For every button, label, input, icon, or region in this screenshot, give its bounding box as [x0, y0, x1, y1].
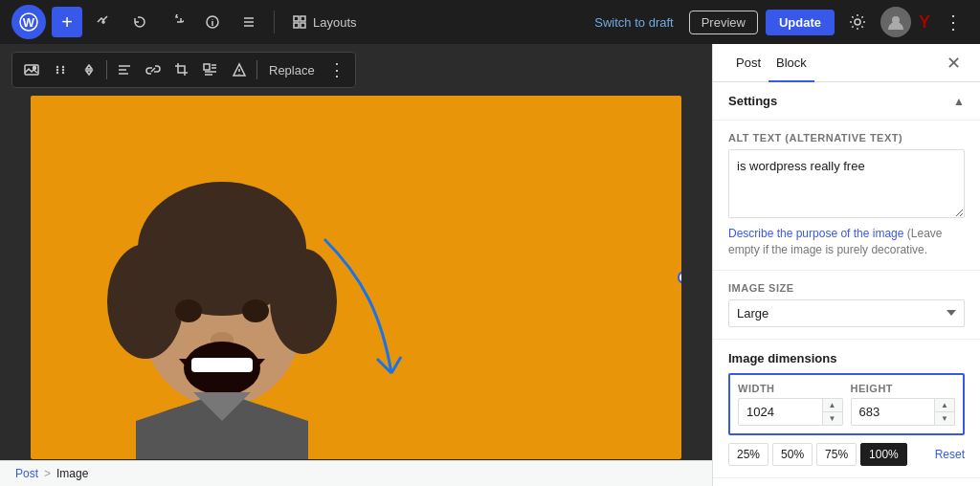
breadcrumb: Post > Image [0, 460, 712, 486]
crop-btn[interactable] [168, 56, 195, 83]
drag-handle-btn[interactable] [47, 56, 74, 83]
tools-icon-button[interactable] [88, 7, 119, 37]
user-avatar [880, 7, 911, 37]
settings-section-header[interactable]: Settings ▲ [713, 82, 980, 121]
move-up-down-btn[interactable] [76, 56, 102, 83]
topbar-separator [274, 11, 275, 33]
toolbar-separator-1 [106, 60, 107, 79]
svg-point-15 [62, 69, 64, 71]
width-field: WIDTH ▲ ▼ [738, 383, 843, 426]
child-image-svg [31, 96, 681, 459]
svg-point-14 [56, 69, 58, 71]
svg-point-13 [62, 66, 64, 68]
replace-button[interactable]: Replace [261, 59, 323, 81]
image-container [0, 96, 712, 460]
add-block-button[interactable]: + [52, 7, 82, 37]
svg-rect-18 [204, 64, 210, 70]
warning-btn[interactable] [226, 56, 253, 83]
height-increment-btn[interactable]: ▲ [934, 398, 955, 411]
svg-point-26 [242, 299, 269, 322]
svg-text:W: W [23, 15, 35, 30]
width-increment-btn[interactable]: ▲ [822, 398, 843, 411]
breadcrumb-post-link[interactable]: Post [15, 467, 38, 480]
width-label: WIDTH [738, 383, 843, 394]
width-decrement-btn[interactable]: ▼ [822, 411, 843, 426]
dimensions-section: Image dimensions WIDTH ▲ ▼ HEIG [713, 340, 980, 478]
svg-point-24 [270, 249, 337, 354]
width-spinners: ▲ ▼ [822, 398, 843, 426]
height-spinners: ▲ ▼ [934, 398, 955, 426]
sidebar: Post Block ✕ Settings ▲ ALT TEXT (ALTERN… [712, 44, 980, 486]
image-icon-btn[interactable] [18, 56, 45, 83]
align-btn[interactable] [111, 56, 138, 83]
height-label: HEIGHT [851, 383, 956, 394]
sidebar-content: Settings ▲ ALT TEXT (ALTERNATIVE TEXT) D… [713, 82, 980, 486]
advanced-section[interactable]: Advanced ▼ [713, 478, 980, 486]
svg-point-23 [107, 244, 184, 359]
yoast-icon: Y [919, 12, 930, 33]
topbar: W + Layouts Switch to draft Preview Upda… [0, 0, 980, 44]
block-toolbar: Replace ⋮ [11, 52, 356, 88]
sidebar-tabs: Post Block ✕ [713, 44, 980, 82]
height-decrement-btn[interactable]: ▼ [934, 411, 955, 426]
height-input-wrap: ▲ ▼ [851, 398, 956, 426]
svg-point-17 [62, 72, 64, 74]
svg-point-12 [56, 66, 58, 68]
image-block[interactable] [31, 96, 681, 459]
more-options-button[interactable]: ⋮ [938, 7, 969, 37]
layouts-button[interactable]: Layouts [284, 11, 365, 33]
alt-help-text: Describe the purpose of the image (Leave… [728, 226, 965, 258]
alt-describe-link[interactable]: Describe the purpose of the image [728, 227, 903, 240]
reset-button[interactable]: Reset [935, 448, 965, 461]
topbar-right-actions: Switch to draft Preview Update Y ⋮ [587, 7, 969, 37]
svg-rect-29 [191, 358, 253, 372]
image-size-label: IMAGE SIZE [728, 282, 965, 294]
preview-button[interactable]: Preview [689, 11, 758, 34]
settings-button[interactable] [842, 7, 873, 37]
editor-area: Replace ⋮ [0, 44, 712, 486]
svg-point-16 [56, 72, 58, 74]
pct-75-button[interactable]: 75% [816, 443, 857, 466]
svg-point-8 [855, 19, 860, 25]
svg-point-11 [33, 67, 36, 70]
text-wrap-btn[interactable] [197, 56, 224, 83]
pct-100-button[interactable]: 100% [860, 443, 907, 466]
switch-to-draft-button[interactable]: Switch to draft [587, 11, 680, 33]
link-btn[interactable] [140, 56, 167, 83]
svg-point-25 [175, 299, 202, 322]
alt-text-group: ALT TEXT (ALTERNATIVE TEXT) Describe the… [713, 121, 980, 271]
svg-rect-7 [301, 23, 305, 28]
undo-button[interactable] [124, 7, 155, 37]
post-tab[interactable]: Post [728, 44, 768, 81]
percent-row: 25% 50% 75% 100% Reset [728, 443, 965, 466]
pct-50-button[interactable]: 50% [772, 443, 813, 466]
dimensions-title: Image dimensions [728, 351, 965, 365]
toolbar-separator-2 [256, 60, 257, 79]
image-background [31, 96, 681, 459]
pct-25-button[interactable]: 25% [728, 443, 768, 466]
wp-logo: W [11, 5, 46, 39]
main-area: Replace ⋮ [0, 44, 980, 486]
redo-button[interactable] [161, 7, 191, 37]
breadcrumb-separator: > [44, 467, 51, 480]
image-size-group: IMAGE SIZE Large Thumbnail Medium Full S… [713, 271, 980, 340]
update-button[interactable]: Update [766, 10, 835, 35]
breadcrumb-current: Image [56, 467, 88, 480]
svg-point-2 [102, 21, 104, 23]
image-size-select[interactable]: Large Thumbnail Medium Full Size [728, 299, 965, 327]
list-view-button[interactable] [234, 7, 264, 37]
svg-rect-6 [294, 23, 299, 28]
alt-text-label: ALT TEXT (ALTERNATIVE TEXT) [728, 132, 965, 144]
dimensions-inputs: WIDTH ▲ ▼ HEIGHT [728, 373, 965, 435]
more-options-toolbar-btn[interactable]: ⋮ [324, 59, 349, 80]
block-tab[interactable]: Block [768, 44, 814, 81]
sidebar-close-button[interactable]: ✕ [943, 49, 965, 77]
svg-rect-5 [301, 16, 305, 21]
svg-rect-4 [294, 16, 299, 21]
width-input-wrap: ▲ ▼ [738, 398, 843, 426]
settings-label: Settings [728, 94, 777, 108]
settings-chevron-icon: ▲ [953, 95, 965, 108]
height-field: HEIGHT ▲ ▼ [851, 383, 956, 426]
info-button[interactable] [197, 7, 228, 37]
alt-text-input[interactable] [728, 149, 965, 218]
